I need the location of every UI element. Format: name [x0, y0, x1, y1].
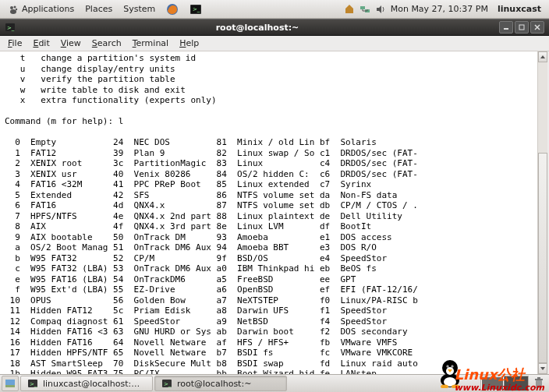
- network-icon[interactable]: [360, 4, 370, 15]
- minimize-button[interactable]: [499, 21, 513, 34]
- bottom-panel: >_ linuxcast@localhost:… >_ root@localho…: [0, 374, 549, 392]
- applications-menu[interactable]: Applications: [3, 2, 79, 16]
- svg-rect-27: [536, 380, 542, 388]
- workspace-2[interactable]: [505, 376, 528, 390]
- menu-terminal[interactable]: Terminal: [128, 37, 174, 50]
- launcher-terminal[interactable]: >_: [185, 2, 207, 17]
- terminal-output[interactable]: t change a partition's system id u chang…: [0, 51, 549, 374]
- vertical-scrollbar[interactable]: [537, 51, 547, 374]
- scroll-up-button[interactable]: [538, 51, 547, 62]
- svg-point-3: [10, 9, 16, 14]
- clock[interactable]: Mon May 27, 10:37 PM: [391, 4, 488, 14]
- places-label: Places: [85, 4, 112, 14]
- svg-rect-8: [345, 9, 353, 13]
- scroll-track[interactable]: [538, 62, 547, 363]
- top-panel: Applications Places System >_ Mon May 27…: [0, 0, 549, 19]
- show-desktop-button[interactable]: [2, 376, 19, 391]
- menu-view[interactable]: View: [56, 37, 86, 50]
- menu-edit[interactable]: Edit: [28, 37, 54, 50]
- menu-file[interactable]: File: [3, 37, 27, 50]
- window-titlebar[interactable]: >_ root@localhost:~: [0, 19, 549, 36]
- svg-rect-29: [537, 377, 540, 379]
- trash-icon: [533, 377, 544, 390]
- svg-point-36: [447, 366, 448, 366]
- terminal-icon: >_: [161, 378, 172, 389]
- svg-text:>_: >_: [7, 25, 15, 31]
- task-item-root[interactable]: >_ root@localhost:~: [154, 376, 287, 391]
- update-icon[interactable]: [344, 4, 355, 15]
- desktop-icon: [5, 378, 16, 389]
- menu-help[interactable]: Help: [175, 37, 204, 50]
- window-title: root@localhost:~: [20, 23, 494, 33]
- workspace-1[interactable]: [481, 376, 505, 390]
- places-menu[interactable]: Places: [80, 2, 117, 16]
- svg-text:>_: >_: [30, 381, 37, 387]
- scroll-thumb[interactable]: [538, 153, 547, 363]
- svg-point-0: [10, 6, 13, 9]
- svg-marker-9: [345, 5, 353, 9]
- firefox-icon: [166, 3, 179, 16]
- svg-rect-22: [5, 385, 15, 387]
- task-label: linuxcast@localhost:…: [43, 379, 140, 389]
- system-label: System: [123, 4, 155, 14]
- volume-icon[interactable]: [375, 4, 386, 15]
- scroll-down-button[interactable]: [538, 363, 547, 374]
- svg-point-2: [16, 8, 17, 9]
- terminal-window-icon: >_: [5, 22, 16, 33]
- user-menu[interactable]: linuxcast: [493, 4, 541, 14]
- svg-rect-28: [535, 379, 543, 380]
- svg-rect-16: [519, 25, 524, 30]
- menubar: File Edit View Search Terminal Help: [0, 36, 549, 51]
- tux-logo: [437, 357, 463, 390]
- gnome-foot-icon: [8, 4, 19, 15]
- svg-marker-12: [377, 5, 381, 13]
- window-buttons: [499, 21, 544, 34]
- system-menu[interactable]: System: [119, 2, 160, 16]
- applications-label: Applications: [22, 4, 74, 14]
- svg-marker-19: [540, 55, 545, 58]
- terminal-icon: >_: [27, 378, 38, 389]
- panel-left-group: Applications Places System >_: [3, 2, 207, 17]
- svg-point-1: [14, 5, 16, 8]
- trash-applet[interactable]: [530, 376, 547, 391]
- terminal-icon: >_: [189, 3, 202, 16]
- workspace-switcher[interactable]: [480, 376, 529, 391]
- svg-point-37: [452, 366, 452, 366]
- task-label: root@localhost:~: [177, 379, 251, 389]
- panel-tray: Mon May 27, 10:37 PM linuxcast: [344, 4, 546, 15]
- svg-text:>_: >_: [193, 6, 200, 12]
- close-button[interactable]: [530, 21, 544, 34]
- svg-marker-20: [540, 367, 545, 370]
- menu-search[interactable]: Search: [87, 37, 126, 50]
- maximize-button[interactable]: [515, 21, 529, 34]
- task-item-linuxcast[interactable]: >_ linuxcast@localhost:…: [20, 376, 153, 391]
- svg-rect-10: [360, 6, 365, 9]
- svg-text:>_: >_: [164, 381, 172, 387]
- launcher-firefox[interactable]: [161, 2, 183, 17]
